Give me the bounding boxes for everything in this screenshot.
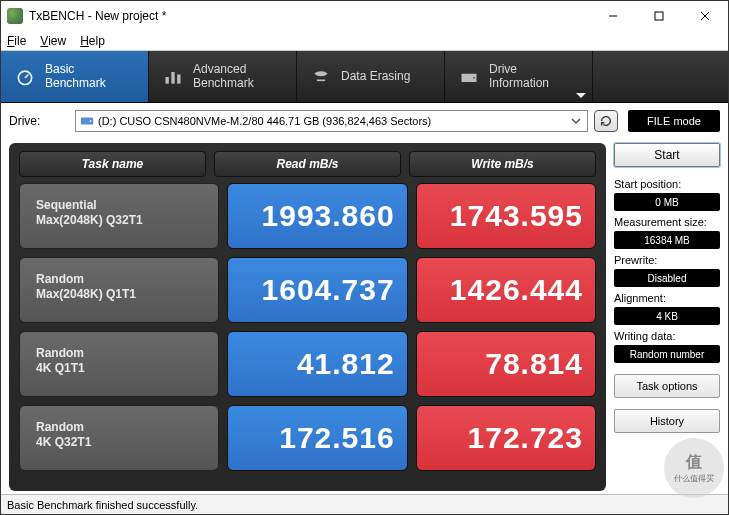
menu-bar: File View Help [1,31,728,51]
writing-data-label: Writing data: [614,330,720,342]
prewrite-label: Prewrite: [614,254,720,266]
drive-icon [459,67,479,87]
read-value: 1604.737 [227,257,407,323]
header-read: Read mB/s [214,151,401,177]
menu-help[interactable]: Help [80,34,105,48]
prewrite-value[interactable]: Disabled [614,269,720,287]
bench-row: SequentialMax(2048K) Q32T1 1993.860 1743… [19,183,596,249]
task-name[interactable]: SequentialMax(2048K) Q32T1 [19,183,219,249]
watermark: 值 什么值得买 [664,438,724,498]
measurement-size-label: Measurement size: [614,216,720,228]
svg-point-10 [473,77,475,79]
title-bar: TxBENCH - New project * [1,1,728,31]
refresh-button[interactable] [594,110,618,132]
svg-rect-6 [171,72,174,84]
file-mode-button[interactable]: FILE mode [628,110,720,132]
write-value: 78.814 [416,331,596,397]
bench-row: RandomMax(2048K) Q1T1 1604.737 1426.444 [19,257,596,323]
close-button[interactable] [682,1,728,31]
start-position-value[interactable]: 0 MB [614,193,720,211]
menu-file[interactable]: File [7,34,26,48]
read-value: 1993.860 [227,183,407,249]
header-task: Task name [19,151,206,177]
drive-label: Drive: [9,114,69,128]
status-bar: Basic Benchmark finished successfully. [1,494,728,514]
drive-select[interactable]: (D:) CUSO CSN480NVMe-M.2/80 446.71 GB (9… [75,110,588,132]
svg-point-12 [90,120,92,122]
task-options-button[interactable]: Task options [614,374,720,398]
chevron-down-icon [576,93,586,98]
svg-rect-1 [655,12,663,20]
chevron-down-icon [569,114,583,128]
history-button[interactable]: History [614,409,720,433]
refresh-icon [599,114,613,128]
alignment-value[interactable]: 4 KB [614,307,720,325]
tab-drive-information[interactable]: Drive Information [445,51,593,102]
gauge-icon [15,67,35,87]
menu-view[interactable]: View [40,34,66,48]
drive-row: Drive: (D:) CUSO CSN480NVMe-M.2/80 446.7… [1,103,728,139]
minimize-button[interactable] [590,1,636,31]
svg-rect-5 [166,77,169,84]
disk-icon [80,114,94,128]
maximize-button[interactable] [636,1,682,31]
read-value: 172.516 [227,405,407,471]
start-button[interactable]: Start [614,143,720,167]
read-value: 41.812 [227,331,407,397]
bench-row: Random4K Q1T1 41.812 78.814 [19,331,596,397]
bench-row: Random4K Q32T1 172.516 172.723 [19,405,596,471]
erase-icon [311,67,331,87]
tab-bar: Basic Benchmark Advanced Benchmark Data … [1,51,728,103]
task-name[interactable]: RandomMax(2048K) Q1T1 [19,257,219,323]
header-write: Write mB/s [409,151,596,177]
status-text: Basic Benchmark finished successfully. [7,499,198,511]
window-title: TxBENCH - New project * [29,9,590,23]
benchmark-panel: Task name Read mB/s Write mB/s Sequentia… [9,143,606,491]
task-name[interactable]: Random4K Q32T1 [19,405,219,471]
tab-data-erasing[interactable]: Data Erasing [297,51,445,102]
write-value: 172.723 [416,405,596,471]
task-name[interactable]: Random4K Q1T1 [19,331,219,397]
bars-icon [163,67,183,87]
app-icon [7,8,23,24]
tab-basic-benchmark[interactable]: Basic Benchmark [1,51,149,102]
writing-data-value[interactable]: Random number [614,345,720,363]
write-value: 1743.595 [416,183,596,249]
measurement-size-value[interactable]: 16384 MB [614,231,720,249]
tab-advanced-benchmark[interactable]: Advanced Benchmark [149,51,297,102]
svg-rect-7 [177,74,180,83]
alignment-label: Alignment: [614,292,720,304]
write-value: 1426.444 [416,257,596,323]
start-position-label: Start position: [614,178,720,190]
